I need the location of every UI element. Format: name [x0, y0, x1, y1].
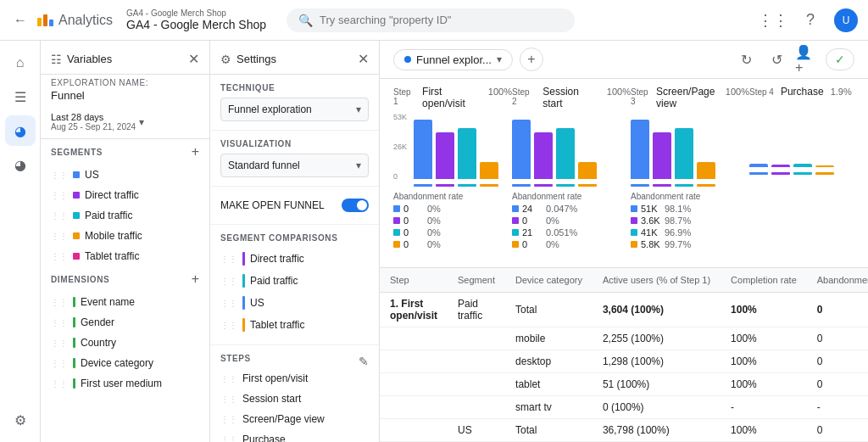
step-item[interactable]: ⋮⋮ Purchase	[220, 429, 369, 442]
redo-button[interactable]: ↺	[765, 48, 788, 71]
steps-header: STEPS ✎	[220, 354, 369, 368]
check-icon: ✓	[835, 53, 845, 66]
variables-close-button[interactable]: ✕	[188, 51, 199, 67]
breadcrumb-top: GA4 - Google Merch Shop	[126, 8, 266, 18]
legend-dot	[512, 217, 519, 224]
dimension-bar	[73, 297, 75, 307]
legend-value: 21	[522, 227, 542, 238]
bottom-bars	[512, 182, 631, 187]
table-cell	[448, 396, 505, 419]
edit-steps-icon[interactable]: ✎	[359, 355, 369, 368]
segment-item[interactable]: ⋮⋮ Paid traffic	[41, 205, 209, 226]
dimension-item[interactable]: ⋮⋮ Gender	[41, 312, 209, 333]
legend-value: 0	[522, 239, 542, 249]
table-row: tablet51 (100%)100%00%	[380, 373, 868, 396]
comparison-label: Tablet traffic	[250, 319, 304, 331]
table-cell: 51 (100%)	[593, 373, 721, 396]
chart-area	[512, 113, 631, 181]
step-name: Purchase	[781, 86, 824, 98]
settings-panel: ⚙ Settings ✕ TECHNIQUE Funnel exploratio…	[210, 41, 380, 442]
legend-row: 24 0.047%	[512, 204, 631, 214]
nav-explore[interactable]: ◕	[5, 115, 36, 146]
exploration-name-value: Funnel	[51, 89, 199, 102]
table-cell	[380, 373, 448, 396]
apps-icon[interactable]: ⋮⋮	[760, 7, 787, 34]
drag-handle-icon: ⋮⋮	[51, 191, 68, 200]
y-label: 53K	[393, 113, 407, 121]
comparison-item[interactable]: ⋮⋮ US	[220, 292, 369, 314]
add-dimension-button[interactable]: +	[192, 271, 199, 287]
step-item[interactable]: ⋮⋮ Session start	[220, 389, 369, 409]
add-segment-button[interactable]: +	[192, 144, 199, 159]
bottom-bars	[631, 182, 749, 187]
visualization-select[interactable]: Standard funnel ▾	[220, 154, 369, 177]
nav-advertising[interactable]: ◕	[5, 149, 36, 180]
table-cell: Paid traffic	[448, 293, 505, 327]
drag-handle-icon: ⋮⋮	[220, 321, 237, 330]
date-dropdown-icon[interactable]: ▾	[139, 116, 144, 128]
dimensions-list: ⋮⋮ Event name⋮⋮ Gender⋮⋮ Country⋮⋮ Devic…	[41, 292, 209, 394]
dimension-item[interactable]: ⋮⋮ Country	[41, 333, 209, 353]
comparison-color	[242, 318, 245, 332]
dimension-item[interactable]: ⋮⋮ First user medium	[41, 373, 209, 394]
step-item[interactable]: ⋮⋮ Screen/Page view	[220, 409, 369, 429]
funnel-bar	[578, 162, 597, 179]
table-cell: 0 (100%)	[593, 396, 721, 419]
drag-handle-icon: ⋮⋮	[220, 277, 237, 286]
dimension-item[interactable]: ⋮⋮ Event name	[41, 292, 209, 312]
toolbar-right: ↻ ↺ 👤+ ✓	[734, 48, 854, 71]
segment-item[interactable]: ⋮⋮ Mobile traffic	[41, 226, 209, 246]
legend-percent: 99.7%	[665, 239, 691, 249]
step-name: Session start	[542, 86, 600, 109]
nav-settings[interactable]: ⚙	[5, 405, 36, 435]
technique-select[interactable]: Funnel exploration ▾	[220, 98, 369, 121]
legend-row: 0 0%	[393, 215, 512, 226]
avatar[interactable]: U	[834, 8, 858, 32]
table-cell: 100%	[721, 293, 807, 327]
dimension-item[interactable]: ⋮⋮ Device category	[41, 353, 209, 373]
comparison-item[interactable]: ⋮⋮ Paid traffic	[220, 270, 369, 292]
abandonment-title: Abandonment rate	[393, 192, 512, 201]
undo-button[interactable]: ↻	[734, 48, 758, 71]
funnel-steps: Step 1 First open/visit 100% 53K26K0 Aba…	[393, 86, 854, 251]
legend-row: 41K 96.9%	[631, 227, 749, 238]
help-icon[interactable]: ?	[797, 7, 824, 34]
add-user-button[interactable]: 👤+	[795, 48, 819, 71]
funnel-tab[interactable]: Funnel explor... ▾	[393, 49, 513, 70]
search-input[interactable]	[320, 14, 563, 26]
step-meta: Step 4 Purchase 1.9%	[749, 86, 868, 98]
chevron-down-icon: ▾	[356, 159, 361, 171]
step-item[interactable]: ⋮⋮ First open/visit	[220, 368, 369, 389]
step-pct: 1.9%	[831, 87, 852, 97]
step-header-row: Step 3 Screen/Page view 100%	[631, 86, 749, 109]
table-cell: 1. First open/visit	[380, 293, 448, 327]
funnel-step-3: Step 3 Screen/Page view 100% Abandonment…	[631, 86, 749, 251]
settings-close-button[interactable]: ✕	[358, 51, 369, 67]
app-container: ← Analytics GA4 - Google Merch Shop GA4 …	[0, 0, 868, 442]
dimension-label: First user medium	[81, 378, 162, 389]
funnel-bar	[653, 132, 671, 179]
date-range-section[interactable]: Last 28 days Aug 25 - Sep 21, 2024 ▾	[41, 109, 209, 139]
back-button[interactable]: ←	[10, 9, 31, 31]
status-button[interactable]: ✓	[826, 48, 854, 70]
nav-home[interactable]: ⌂	[5, 48, 36, 78]
segment-color-dot	[73, 232, 80, 239]
funnel-bar	[697, 162, 715, 179]
content-toolbar: Funnel explor... ▾ + ↻ ↺ 👤+ ✓	[380, 41, 868, 79]
chart-area: 53K26K0	[393, 113, 512, 181]
nav-reports[interactable]: ☰	[5, 81, 36, 112]
table-header: StepSegmentDevice categoryActive users (…	[380, 268, 868, 293]
segment-item[interactable]: ⋮⋮ Tablet traffic	[41, 246, 209, 266]
open-funnel-toggle[interactable]	[342, 199, 369, 212]
comparison-item[interactable]: ⋮⋮ Direct traffic	[220, 248, 369, 270]
bottom-bar	[458, 184, 476, 187]
add-tab-button[interactable]: +	[520, 48, 543, 71]
segment-item[interactable]: ⋮⋮ Direct traffic	[41, 185, 209, 205]
step-label: Purchase	[242, 434, 286, 442]
step-label: Screen/Page view	[242, 413, 325, 425]
segment-item[interactable]: ⋮⋮ US	[41, 165, 209, 185]
comparison-item[interactable]: ⋮⋮ Tablet traffic	[220, 314, 369, 336]
steps-label: STEPS	[220, 354, 251, 363]
search-bar[interactable]: 🔍	[287, 8, 575, 32]
step-header-row: Step 2 Session start 100%	[512, 86, 631, 109]
